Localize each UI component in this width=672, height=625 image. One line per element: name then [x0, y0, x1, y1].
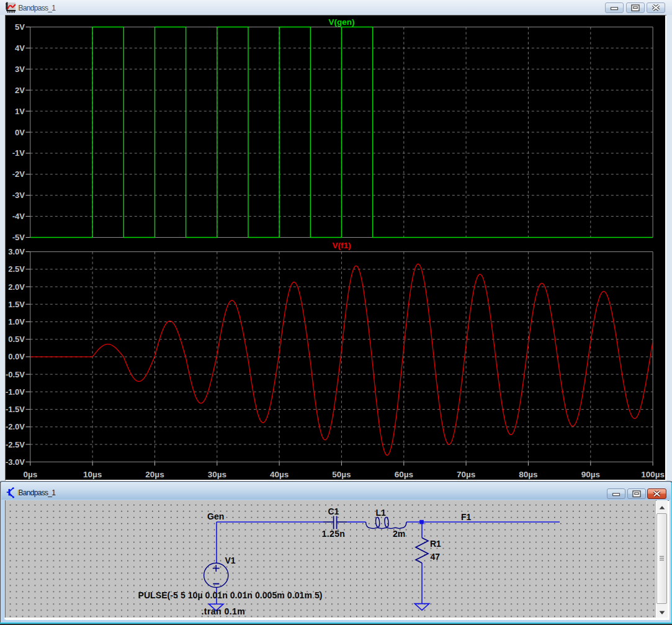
- svg-text:1.5V: 1.5V: [8, 300, 25, 309]
- svg-text:90µs: 90µs: [581, 470, 600, 479]
- svg-text:-3.0V: -3.0V: [6, 457, 25, 467]
- svg-text:-2.5V: -2.5V: [6, 440, 25, 449]
- svg-text:100µs: 100µs: [641, 470, 665, 479]
- svg-text:1V: 1V: [15, 107, 25, 116]
- svg-text:-1.5V: -1.5V: [6, 405, 25, 414]
- svg-text:V(f1): V(f1): [332, 241, 351, 250]
- svg-text:0.0V: 0.0V: [8, 352, 25, 361]
- svg-text:-2V: -2V: [12, 169, 25, 179]
- svg-text:0.5V: 0.5V: [8, 335, 25, 344]
- svg-text:-2.0V: -2.0V: [6, 422, 25, 431]
- svg-text:0µs: 0µs: [23, 470, 37, 479]
- svg-text:20µs: 20µs: [145, 470, 164, 479]
- svg-text:-1.0V: -1.0V: [6, 387, 25, 397]
- svg-text:2.5V: 2.5V: [8, 264, 25, 274]
- svg-text:40µs: 40µs: [270, 470, 289, 479]
- svg-text:-0.5V: -0.5V: [6, 370, 25, 379]
- svg-text:0V: 0V: [15, 128, 25, 137]
- svg-text:-4V: -4V: [12, 212, 25, 221]
- svg-text:3V: 3V: [15, 65, 25, 74]
- svg-text:80µs: 80µs: [519, 470, 537, 479]
- svg-text:1.0V: 1.0V: [8, 317, 25, 326]
- svg-text:70µs: 70µs: [457, 470, 475, 479]
- svg-text:10µs: 10µs: [83, 470, 102, 479]
- svg-text:V(gen): V(gen): [328, 17, 354, 27]
- svg-text:-5V: -5V: [12, 233, 25, 242]
- svg-text:3.0V: 3.0V: [8, 247, 25, 256]
- svg-text:-1V: -1V: [12, 148, 25, 158]
- svg-text:5V: 5V: [15, 22, 25, 32]
- svg-text:-3V: -3V: [12, 191, 25, 200]
- svg-text:2.0V: 2.0V: [8, 282, 25, 292]
- svg-text:4V: 4V: [15, 43, 25, 53]
- svg-text:60µs: 60µs: [395, 470, 413, 479]
- svg-text:30µs: 30µs: [208, 470, 226, 479]
- svg-text:2V: 2V: [15, 86, 25, 95]
- svg-text:50µs: 50µs: [332, 470, 351, 479]
